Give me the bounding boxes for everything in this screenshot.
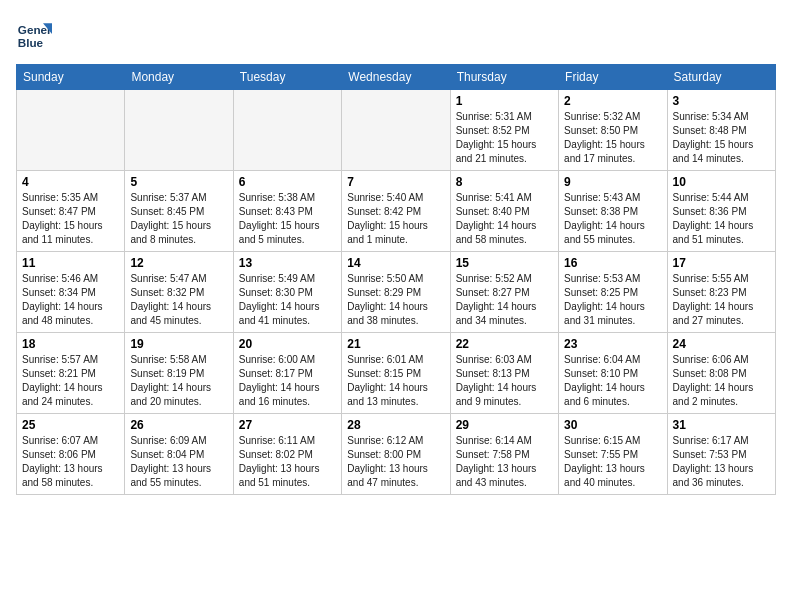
day-detail: Sunrise: 5:47 AM Sunset: 8:32 PM Dayligh… <box>130 272 227 328</box>
day-detail: Sunrise: 5:34 AM Sunset: 8:48 PM Dayligh… <box>673 110 770 166</box>
calendar-day-cell: 19Sunrise: 5:58 AM Sunset: 8:19 PM Dayli… <box>125 333 233 414</box>
day-detail: Sunrise: 5:35 AM Sunset: 8:47 PM Dayligh… <box>22 191 119 247</box>
calendar-day-cell: 26Sunrise: 6:09 AM Sunset: 8:04 PM Dayli… <box>125 414 233 495</box>
day-detail: Sunrise: 5:41 AM Sunset: 8:40 PM Dayligh… <box>456 191 553 247</box>
day-detail: Sunrise: 5:31 AM Sunset: 8:52 PM Dayligh… <box>456 110 553 166</box>
day-number: 9 <box>564 175 661 189</box>
day-number: 16 <box>564 256 661 270</box>
calendar-day-cell: 2Sunrise: 5:32 AM Sunset: 8:50 PM Daylig… <box>559 90 667 171</box>
calendar-day-cell: 29Sunrise: 6:14 AM Sunset: 7:58 PM Dayli… <box>450 414 558 495</box>
calendar-day-cell: 1Sunrise: 5:31 AM Sunset: 8:52 PM Daylig… <box>450 90 558 171</box>
calendar-day-cell: 27Sunrise: 6:11 AM Sunset: 8:02 PM Dayli… <box>233 414 341 495</box>
day-number: 20 <box>239 337 336 351</box>
logo: General Blue <box>16 16 52 52</box>
calendar-day-cell: 24Sunrise: 6:06 AM Sunset: 8:08 PM Dayli… <box>667 333 775 414</box>
day-number: 7 <box>347 175 444 189</box>
day-number: 26 <box>130 418 227 432</box>
calendar-day-cell: 4Sunrise: 5:35 AM Sunset: 8:47 PM Daylig… <box>17 171 125 252</box>
calendar-day-cell: 7Sunrise: 5:40 AM Sunset: 8:42 PM Daylig… <box>342 171 450 252</box>
day-detail: Sunrise: 6:04 AM Sunset: 8:10 PM Dayligh… <box>564 353 661 409</box>
calendar-day-cell: 14Sunrise: 5:50 AM Sunset: 8:29 PM Dayli… <box>342 252 450 333</box>
calendar-day-cell <box>233 90 341 171</box>
calendar-day-cell <box>125 90 233 171</box>
day-detail: Sunrise: 6:03 AM Sunset: 8:13 PM Dayligh… <box>456 353 553 409</box>
calendar-day-cell: 18Sunrise: 5:57 AM Sunset: 8:21 PM Dayli… <box>17 333 125 414</box>
calendar-day-cell: 10Sunrise: 5:44 AM Sunset: 8:36 PM Dayli… <box>667 171 775 252</box>
calendar-week-row: 4Sunrise: 5:35 AM Sunset: 8:47 PM Daylig… <box>17 171 776 252</box>
day-detail: Sunrise: 5:58 AM Sunset: 8:19 PM Dayligh… <box>130 353 227 409</box>
calendar-day-cell: 28Sunrise: 6:12 AM Sunset: 8:00 PM Dayli… <box>342 414 450 495</box>
calendar-day-cell <box>342 90 450 171</box>
day-number: 6 <box>239 175 336 189</box>
calendar-week-row: 1Sunrise: 5:31 AM Sunset: 8:52 PM Daylig… <box>17 90 776 171</box>
calendar-day-cell: 21Sunrise: 6:01 AM Sunset: 8:15 PM Dayli… <box>342 333 450 414</box>
calendar-day-cell: 15Sunrise: 5:52 AM Sunset: 8:27 PM Dayli… <box>450 252 558 333</box>
day-detail: Sunrise: 5:49 AM Sunset: 8:30 PM Dayligh… <box>239 272 336 328</box>
day-number: 24 <box>673 337 770 351</box>
calendar-day-cell: 13Sunrise: 5:49 AM Sunset: 8:30 PM Dayli… <box>233 252 341 333</box>
day-number: 28 <box>347 418 444 432</box>
calendar-week-row: 18Sunrise: 5:57 AM Sunset: 8:21 PM Dayli… <box>17 333 776 414</box>
day-number: 12 <box>130 256 227 270</box>
calendar-table: SundayMondayTuesdayWednesdayThursdayFrid… <box>16 64 776 495</box>
day-number: 15 <box>456 256 553 270</box>
day-detail: Sunrise: 5:37 AM Sunset: 8:45 PM Dayligh… <box>130 191 227 247</box>
day-of-week-header: Tuesday <box>233 65 341 90</box>
calendar-day-cell <box>17 90 125 171</box>
day-detail: Sunrise: 5:32 AM Sunset: 8:50 PM Dayligh… <box>564 110 661 166</box>
day-number: 30 <box>564 418 661 432</box>
day-detail: Sunrise: 5:43 AM Sunset: 8:38 PM Dayligh… <box>564 191 661 247</box>
calendar-day-cell: 5Sunrise: 5:37 AM Sunset: 8:45 PM Daylig… <box>125 171 233 252</box>
day-number: 3 <box>673 94 770 108</box>
day-of-week-header: Sunday <box>17 65 125 90</box>
day-detail: Sunrise: 6:11 AM Sunset: 8:02 PM Dayligh… <box>239 434 336 490</box>
day-detail: Sunrise: 6:01 AM Sunset: 8:15 PM Dayligh… <box>347 353 444 409</box>
svg-text:Blue: Blue <box>18 36 44 49</box>
calendar-day-cell: 30Sunrise: 6:15 AM Sunset: 7:55 PM Dayli… <box>559 414 667 495</box>
calendar-day-cell: 22Sunrise: 6:03 AM Sunset: 8:13 PM Dayli… <box>450 333 558 414</box>
day-detail: Sunrise: 6:15 AM Sunset: 7:55 PM Dayligh… <box>564 434 661 490</box>
day-detail: Sunrise: 5:40 AM Sunset: 8:42 PM Dayligh… <box>347 191 444 247</box>
day-number: 19 <box>130 337 227 351</box>
calendar-day-cell: 11Sunrise: 5:46 AM Sunset: 8:34 PM Dayli… <box>17 252 125 333</box>
calendar-header-row: SundayMondayTuesdayWednesdayThursdayFrid… <box>17 65 776 90</box>
calendar-day-cell: 20Sunrise: 6:00 AM Sunset: 8:17 PM Dayli… <box>233 333 341 414</box>
calendar-day-cell: 9Sunrise: 5:43 AM Sunset: 8:38 PM Daylig… <box>559 171 667 252</box>
day-of-week-header: Monday <box>125 65 233 90</box>
day-number: 5 <box>130 175 227 189</box>
calendar-day-cell: 23Sunrise: 6:04 AM Sunset: 8:10 PM Dayli… <box>559 333 667 414</box>
calendar-day-cell: 16Sunrise: 5:53 AM Sunset: 8:25 PM Dayli… <box>559 252 667 333</box>
day-number: 14 <box>347 256 444 270</box>
day-detail: Sunrise: 5:53 AM Sunset: 8:25 PM Dayligh… <box>564 272 661 328</box>
day-of-week-header: Friday <box>559 65 667 90</box>
day-number: 22 <box>456 337 553 351</box>
calendar-day-cell: 8Sunrise: 5:41 AM Sunset: 8:40 PM Daylig… <box>450 171 558 252</box>
day-detail: Sunrise: 5:55 AM Sunset: 8:23 PM Dayligh… <box>673 272 770 328</box>
day-number: 10 <box>673 175 770 189</box>
page-header: General Blue <box>16 16 776 52</box>
day-detail: Sunrise: 6:12 AM Sunset: 8:00 PM Dayligh… <box>347 434 444 490</box>
day-number: 27 <box>239 418 336 432</box>
day-number: 1 <box>456 94 553 108</box>
day-number: 29 <box>456 418 553 432</box>
day-detail: Sunrise: 6:17 AM Sunset: 7:53 PM Dayligh… <box>673 434 770 490</box>
day-detail: Sunrise: 6:00 AM Sunset: 8:17 PM Dayligh… <box>239 353 336 409</box>
day-number: 23 <box>564 337 661 351</box>
day-detail: Sunrise: 6:06 AM Sunset: 8:08 PM Dayligh… <box>673 353 770 409</box>
day-of-week-header: Wednesday <box>342 65 450 90</box>
calendar-day-cell: 12Sunrise: 5:47 AM Sunset: 8:32 PM Dayli… <box>125 252 233 333</box>
calendar-day-cell: 17Sunrise: 5:55 AM Sunset: 8:23 PM Dayli… <box>667 252 775 333</box>
day-number: 25 <box>22 418 119 432</box>
calendar-day-cell: 31Sunrise: 6:17 AM Sunset: 7:53 PM Dayli… <box>667 414 775 495</box>
day-detail: Sunrise: 5:52 AM Sunset: 8:27 PM Dayligh… <box>456 272 553 328</box>
calendar-day-cell: 3Sunrise: 5:34 AM Sunset: 8:48 PM Daylig… <box>667 90 775 171</box>
day-of-week-header: Saturday <box>667 65 775 90</box>
day-number: 17 <box>673 256 770 270</box>
day-number: 2 <box>564 94 661 108</box>
day-detail: Sunrise: 6:14 AM Sunset: 7:58 PM Dayligh… <box>456 434 553 490</box>
logo-icon: General Blue <box>16 16 52 52</box>
day-number: 13 <box>239 256 336 270</box>
calendar-day-cell: 6Sunrise: 5:38 AM Sunset: 8:43 PM Daylig… <box>233 171 341 252</box>
day-detail: Sunrise: 5:50 AM Sunset: 8:29 PM Dayligh… <box>347 272 444 328</box>
day-of-week-header: Thursday <box>450 65 558 90</box>
